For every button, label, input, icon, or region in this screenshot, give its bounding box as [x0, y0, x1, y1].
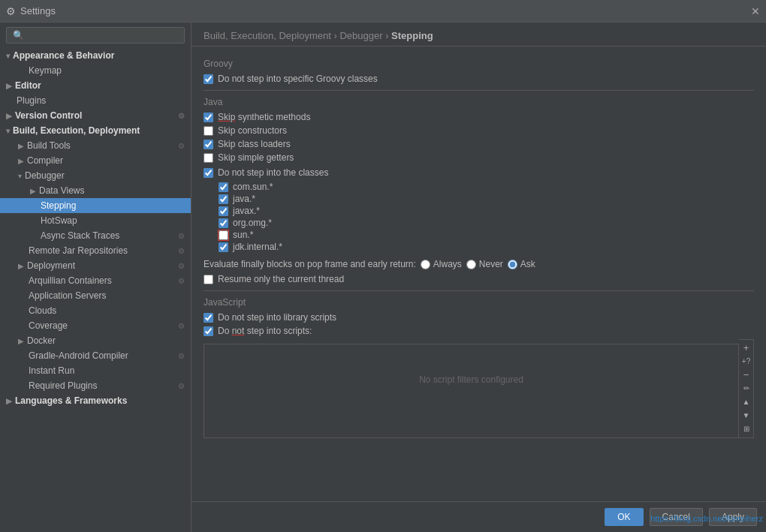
settings-icon: ⚙ — [178, 112, 185, 120]
skip-simple-getters-checkbox[interactable] — [204, 153, 213, 163]
class-item-javax: javax.* — [219, 205, 754, 217]
class-item-com-sun: com.sun.* — [219, 181, 754, 193]
separator-1 — [204, 90, 754, 91]
sidebar-item-data-views[interactable]: ▶Data Views — [0, 183, 191, 198]
resume-label[interactable]: Resume only the current thread — [218, 274, 344, 284]
arrow-icon: ▶ — [18, 262, 24, 270]
sidebar-item-coverage[interactable]: Coverage⚙ — [0, 318, 191, 333]
add-script-alt-button[interactable]: +? — [740, 355, 752, 367]
class-checkbox-jdk-internal[interactable] — [219, 242, 228, 252]
arrow-icon: ▾ — [18, 172, 22, 180]
sidebar-item-docker[interactable]: ▶Docker — [0, 333, 191, 348]
class-checkbox-sun[interactable] — [219, 230, 228, 240]
remove-script-button[interactable]: − — [740, 368, 752, 380]
settings-icon: ⚙ — [178, 262, 185, 270]
sidebar-item-languages[interactable]: ▶Languages & Frameworks — [0, 393, 191, 408]
js-checkbox2-row: Do not step into scripts: — [204, 326, 754, 336]
do-not-step-checkbox[interactable] — [204, 168, 213, 178]
groovy-checkbox-label[interactable]: Do not step into specific Groovy classes — [218, 74, 378, 84]
sidebar-item-deployment[interactable]: ▶Deployment⚙ — [0, 258, 191, 273]
skip-class-loaders-checkbox[interactable] — [204, 140, 213, 149]
radio-never-group: Never — [466, 259, 503, 269]
arrow-icon: ▾ — [6, 52, 10, 60]
groovy-section-label: Groovy — [204, 59, 754, 69]
class-checkbox-org-omg[interactable] — [219, 218, 228, 228]
sidebar-item-plugins[interactable]: Plugins — [0, 93, 191, 108]
radio-never[interactable] — [466, 260, 476, 269]
radio-never-label[interactable]: Never — [479, 259, 503, 269]
resume-row: Resume only the current thread — [204, 274, 754, 284]
sidebar-label: Stepping — [41, 200, 76, 211]
sidebar-item-appearance[interactable]: ▾Appearance & Behavior — [0, 48, 191, 63]
edit-script-button[interactable]: ✏ — [740, 382, 752, 394]
js-library-label[interactable]: Do not step into library scripts — [218, 312, 336, 323]
class-checkbox-com-sun[interactable] — [219, 182, 228, 192]
skip-constructors-checkbox[interactable] — [204, 126, 213, 136]
js-scripts-label[interactable]: Do not step into scripts: — [218, 326, 312, 336]
class-label-javax[interactable]: javax.* — [233, 206, 260, 216]
sidebar-item-clouds[interactable]: Clouds — [0, 303, 191, 318]
class-label-org-omg[interactable]: org.omg.* — [233, 218, 272, 228]
sidebar-item-instant-run[interactable]: Instant Run — [0, 363, 191, 378]
class-list-section: com.sun.*java.*javax.*org.omg.*sun.*jdk.… — [219, 181, 754, 253]
apply-button[interactable]: Apply — [709, 508, 757, 526]
sidebar-item-stepping[interactable]: Stepping — [0, 198, 191, 213]
js-scripts-checkbox[interactable] — [204, 326, 213, 336]
skip-constructors-row: Skip constructors — [204, 125, 754, 136]
arrow-icon: ▾ — [6, 127, 10, 135]
sidebar-label: Async Stack Traces — [41, 230, 119, 241]
separator-2 — [204, 290, 754, 291]
sidebar-item-remote-jar[interactable]: Remote Jar Repositories⚙ — [0, 243, 191, 258]
sidebar-item-keymap[interactable]: Keymap — [0, 63, 191, 78]
skip-synthetic-label[interactable]: Skip synthetic methods — [218, 112, 310, 122]
sidebar-item-build-tools[interactable]: ▶Build Tools⚙ — [0, 138, 191, 153]
class-label-java[interactable]: java.* — [233, 194, 255, 204]
no-scripts-label: No script filters configured — [419, 374, 523, 385]
skip-class-loaders-row: Skip class loaders — [204, 139, 754, 149]
radio-always[interactable] — [421, 260, 430, 269]
title-bar: ⚙ Settings ✕ — [0, 0, 766, 23]
class-checkbox-javax[interactable] — [219, 206, 228, 216]
skip-class-loaders-label[interactable]: Skip class loaders — [218, 139, 291, 149]
class-label-sun[interactable]: sun.* — [233, 230, 253, 240]
class-checkbox-java[interactable] — [219, 194, 228, 204]
up-script-button[interactable]: ▲ — [740, 395, 752, 407]
close-button[interactable]: ✕ — [751, 5, 760, 17]
settings-icon: ⚙ — [178, 232, 185, 240]
js-library-checkbox[interactable] — [204, 313, 213, 323]
sidebar-item-build-execution[interactable]: ▾Build, Execution, Deployment — [0, 123, 191, 138]
down-script-button[interactable]: ▼ — [740, 409, 752, 421]
radio-ask[interactable] — [508, 260, 517, 269]
sidebar-item-compiler[interactable]: ▶Compiler — [0, 153, 191, 168]
sidebar-item-hotswap[interactable]: HotSwap — [0, 213, 191, 228]
sidebar-item-arquillian[interactable]: Arquillian Containers⚙ — [0, 273, 191, 288]
sidebar-item-version-control[interactable]: ▶Version Control⚙ — [0, 108, 191, 123]
sidebar-item-gradle-android[interactable]: Gradle-Android Compiler⚙ — [0, 348, 191, 363]
skip-constructors-label[interactable]: Skip constructors — [218, 125, 287, 136]
copy-script-button[interactable]: ⊞ — [740, 422, 752, 434]
skip-synthetic-row: Skip synthetic methods — [204, 112, 754, 122]
sidebar-label: Arquillian Containers — [29, 275, 112, 286]
radio-ask-label[interactable]: Ask — [520, 259, 535, 269]
groovy-checkbox[interactable] — [204, 74, 213, 84]
cancel-button[interactable]: Cancel — [650, 508, 703, 526]
resume-checkbox[interactable] — [204, 275, 213, 284]
no-scripts-box: No script filters configured — [204, 344, 739, 438]
sidebar-item-required-plugins[interactable]: Required Plugins⚙ — [0, 378, 191, 393]
sidebar-item-async-stack[interactable]: Async Stack Traces⚙ — [0, 228, 191, 243]
search-input[interactable] — [6, 27, 185, 44]
skip-synthetic-checkbox[interactable] — [204, 113, 213, 122]
sidebar-item-app-servers[interactable]: Application Servers — [0, 288, 191, 303]
class-item-jdk-internal: jdk.internal.* — [219, 241, 754, 253]
class-item-sun: sun.* — [219, 229, 754, 241]
skip-simple-getters-label[interactable]: Skip simple getters — [218, 152, 294, 163]
sidebar-item-debugger[interactable]: ▾Debugger — [0, 168, 191, 183]
do-not-step-label[interactable]: Do not step into the classes — [218, 167, 328, 178]
add-script-button[interactable]: + — [740, 341, 752, 353]
class-label-jdk-internal[interactable]: jdk.internal.* — [233, 242, 282, 252]
ok-button[interactable]: OK — [605, 508, 643, 526]
radio-always-label[interactable]: Always — [433, 259, 462, 269]
sidebar-item-editor[interactable]: ▶Editor — [0, 78, 191, 93]
class-label-com-sun[interactable]: com.sun.* — [233, 182, 273, 192]
sidebar: ▾Appearance & BehaviorKeymap▶EditorPlugi… — [0, 23, 192, 532]
